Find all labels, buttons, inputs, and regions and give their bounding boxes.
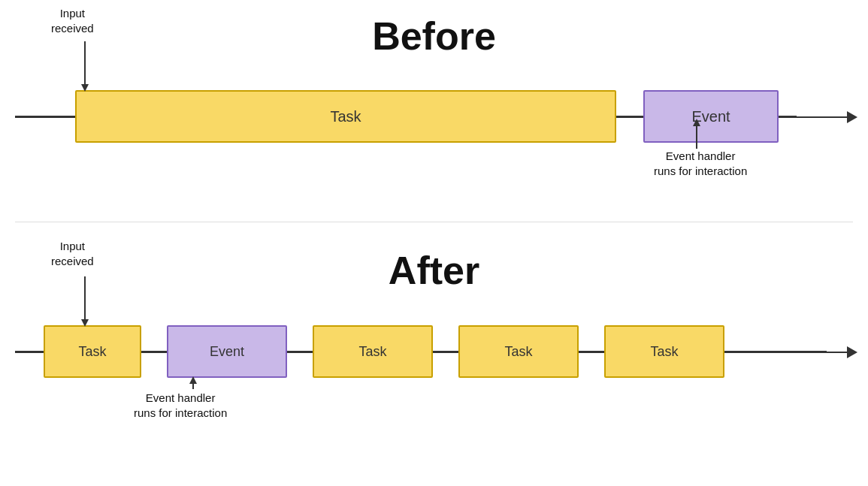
task-label-after-1: Task xyxy=(78,344,106,360)
arrow-right-before xyxy=(847,111,857,123)
task-box-after-3: Task xyxy=(458,325,579,378)
arrows-svg xyxy=(0,0,868,486)
section-divider xyxy=(15,222,853,222)
task-box-after-2: Task xyxy=(313,325,433,378)
task-box-before: Task xyxy=(75,90,616,143)
task-label-before: Task xyxy=(330,108,361,125)
event-label-after: Event xyxy=(210,344,244,360)
event-box-after: Event xyxy=(167,325,287,378)
event-box-before: Event xyxy=(643,90,779,143)
task-box-after-1: Task xyxy=(44,325,141,378)
event-label-before: Event xyxy=(691,108,730,125)
task-label-after-2: Task xyxy=(358,344,386,360)
arrow-right-after xyxy=(847,346,857,358)
event-handler-label-before: Event handler runs for interaction xyxy=(654,149,747,178)
input-label-before: Input received xyxy=(51,6,94,35)
event-handler-label-after: Event handler runs for interaction xyxy=(134,391,227,420)
input-label-after: Input received xyxy=(51,239,94,268)
before-title: Before xyxy=(372,14,496,59)
after-title: After xyxy=(389,248,479,293)
task-label-after-3: Task xyxy=(504,344,532,360)
task-label-after-4: Task xyxy=(650,344,678,360)
task-box-after-4: Task xyxy=(604,325,724,378)
diagram-container: Before Input received Task Event Event h… xyxy=(0,0,868,486)
